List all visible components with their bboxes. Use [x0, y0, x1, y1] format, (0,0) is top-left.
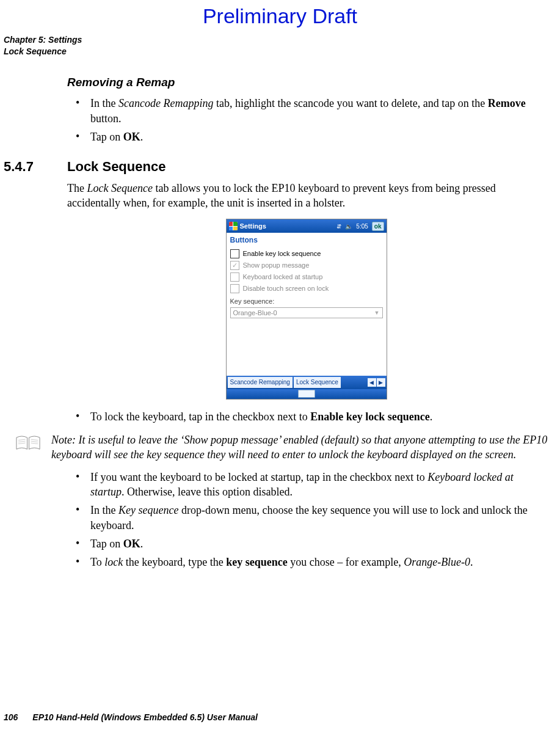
note-text: Note: It is useful to leave the ‘Show po…	[51, 433, 560, 462]
running-header: Chapter 5: Settings Lock Sequence	[4, 34, 560, 57]
chevron-down-icon: ▼	[374, 309, 380, 316]
running-header-line2: Lock Sequence	[4, 46, 560, 57]
tab-scroll-buttons[interactable]: ◀ ▶	[368, 378, 385, 387]
option-disable-touch: Disable touch screen on lock	[230, 283, 383, 294]
panel-blank-area	[227, 321, 387, 376]
note-block: Note: It is useful to leave the ‘Show po…	[15, 433, 560, 462]
options-panel: Enable key lock sequence ✓ Show popup me…	[227, 247, 387, 321]
manual-title: EP10 Hand-Held (Windows Embedded 6.5) Us…	[32, 712, 258, 723]
bullet-lock-a: To lock the keyboard, tap in the checkbo…	[67, 409, 545, 424]
connectivity-icon[interactable]: ⇵	[336, 222, 341, 231]
scroll-left-icon[interactable]: ◀	[368, 378, 376, 387]
tab-bar: Scancode Remapping Lock Sequence ◀ ▶	[227, 376, 387, 389]
keyboard-icon[interactable]	[298, 390, 315, 398]
checkbox-startup	[230, 272, 239, 282]
lockseq-intro: The Lock Sequence tab allows you to lock…	[67, 181, 545, 211]
option-show-popup: ✓ Show popup message	[230, 260, 383, 271]
pda-window: Settings ⇵ 🔈 5:05 ok Buttons Enable key …	[226, 219, 387, 399]
title-status-icons: ⇵ 🔈 5:05 ok	[336, 222, 384, 232]
key-sequence-combo[interactable]: Orange-Blue-0 ▼	[230, 307, 383, 319]
section-title: Lock Sequence	[67, 158, 165, 176]
app-title: Buttons	[227, 233, 387, 246]
option-locked-startup: Keyboard locked at startup	[230, 271, 383, 283]
checkbox-popup: ✓	[230, 261, 239, 270]
running-header-line1: Chapter 5: Settings	[4, 34, 560, 46]
heading-removing-remap: Removing a Remap	[67, 75, 545, 90]
bullet-lock-d: Tap on OK.	[67, 536, 545, 551]
checkbox-touch	[230, 284, 239, 293]
section-heading-lock-sequence: 5.4.7 Lock Sequence	[4, 158, 560, 176]
bullet-lock-c: In the Key sequence drop-down menu, choo…	[67, 503, 545, 533]
window-title: Settings	[240, 222, 335, 231]
scroll-right-icon[interactable]: ▶	[377, 378, 385, 387]
key-sequence-label: Key sequence:	[230, 297, 383, 306]
clock-text: 5:05	[356, 222, 368, 231]
option-enable-key-lock[interactable]: Enable key lock sequence	[230, 248, 383, 260]
preliminary-draft-header: Preliminary Draft	[0, 2, 560, 31]
speaker-icon[interactable]: 🔈	[345, 222, 352, 231]
tab-lock-sequence[interactable]: Lock Sequence	[294, 377, 341, 388]
tab-scancode-remapping[interactable]: Scancode Remapping	[228, 377, 293, 388]
page-number: 106	[4, 712, 18, 723]
screenshot-lock-sequence: Settings ⇵ 🔈 5:05 ok Buttons Enable key …	[67, 219, 545, 399]
checkbox-enable[interactable]	[230, 249, 239, 258]
bullet-remap-1: In the Scancode Remapping tab, highlight…	[67, 96, 545, 126]
bullet-remap-2: Tap on OK.	[67, 130, 545, 144]
bullet-lock-e: To lock the keyboard, type the key seque…	[67, 555, 545, 569]
book-icon	[15, 434, 42, 456]
sip-bar	[227, 389, 387, 399]
page-footer: 106 EP10 Hand-Held (Windows Embedded 6.5…	[4, 712, 556, 723]
combo-value: Orange-Blue-0	[233, 309, 277, 318]
titlebar: Settings ⇵ 🔈 5:05 ok	[227, 219, 387, 233]
ok-button[interactable]: ok	[372, 222, 384, 232]
start-icon[interactable]	[229, 222, 238, 230]
section-number: 5.4.7	[4, 158, 43, 176]
bullet-lock-b: If you want the keyboard to be locked at…	[67, 470, 545, 500]
